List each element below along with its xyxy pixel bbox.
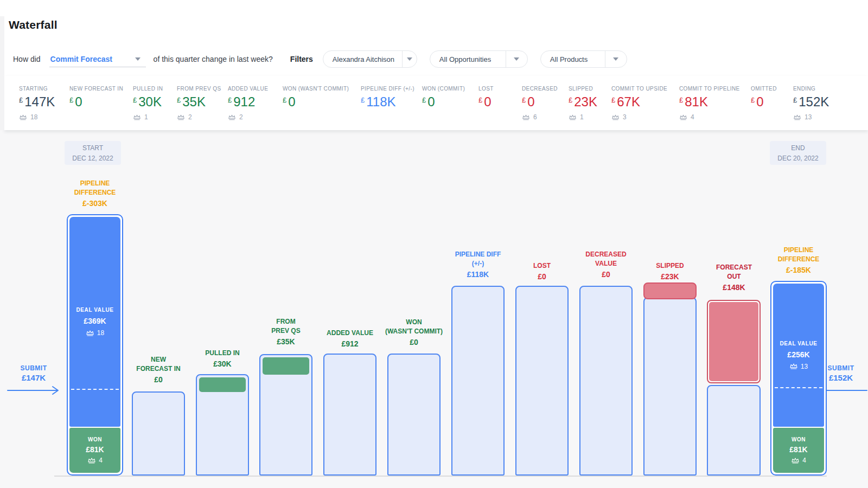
crown-icon xyxy=(87,457,96,464)
from-prev-qs-gain-segment xyxy=(263,357,309,375)
filter-products-dropdown[interactable]: All Products xyxy=(540,50,627,68)
pulled-in-gain-segment xyxy=(199,377,246,392)
waterfall-page: Waterfall How did Commit Forecast of thi… xyxy=(0,0,868,488)
bar-won-wasnt-commit[interactable] xyxy=(387,354,441,476)
stat-slipped: SLIPPED £23K 1 xyxy=(569,86,597,121)
summary-stats-strip: STARTING £147K 18 NEW FORECAST IN £0 PUL… xyxy=(4,76,868,130)
filter-products-value: All Products xyxy=(541,55,605,63)
bar-from-prev-qs[interactable] xyxy=(259,354,312,476)
bar-pipeline-difference-end[interactable]: DEAL VALUE £256K 13 WON £81K 4 xyxy=(770,281,827,476)
stat-pulled-in: PULLED IN £30K 1 xyxy=(133,86,163,121)
stat-decreased: DECREASED £0 6 xyxy=(522,86,558,121)
won-segment: WON £81K 4 xyxy=(773,428,824,473)
stat-lost: LOST £0 xyxy=(478,86,494,110)
stat-commit-to-pipeline: COMMIT TO PIPELINE £81K 4 xyxy=(679,86,740,121)
submit-arrow-right-icon xyxy=(5,385,62,396)
bar-pipeline-diff[interactable] xyxy=(451,286,505,476)
query-suffix: of this quarter change in last week? xyxy=(154,55,273,63)
won-segment: WON £81K 4 xyxy=(69,428,120,473)
stat-new-forecast-in: NEW FORECAST IN £0 xyxy=(69,86,123,110)
stat-commit-to-upside: COMMIT TO UPSIDE £67K 3 xyxy=(611,86,667,121)
crown-icon xyxy=(611,114,620,121)
crown-icon xyxy=(19,114,27,121)
forecast-out-loss-segment[interactable] xyxy=(707,300,761,383)
chevron-down-icon xyxy=(407,57,412,61)
crown-icon xyxy=(228,114,236,121)
stat-pipeline-diff: PIPELINE DIFF (+/-) £118K xyxy=(361,86,414,110)
crown-icon xyxy=(177,114,185,121)
crown-icon xyxy=(679,114,687,121)
bar-label-pipeline-difference-start: PIPELINE DIFFERENCE £-303K xyxy=(49,179,141,208)
stat-omitted: OMITTED £0 xyxy=(751,86,777,110)
chevron-down-icon xyxy=(514,57,519,61)
crown-icon xyxy=(522,114,530,121)
crown-icon xyxy=(569,114,577,121)
bar-slipped[interactable] xyxy=(643,297,697,476)
crown-icon xyxy=(793,114,801,121)
bar-new-forecast-in[interactable] xyxy=(132,391,185,476)
stat-won-wasnt-commit: WON (WASN'T COMMIT) £0 xyxy=(283,86,349,110)
slipped-loss-segment[interactable] xyxy=(643,282,697,299)
left-gutter xyxy=(0,16,4,130)
end-date-box: END DEC 20, 2022 xyxy=(770,141,826,165)
page-title: Waterfall xyxy=(9,18,58,31)
chevron-down-icon xyxy=(135,57,141,61)
waterfall-chart: START DEC 12, 2022 END DEC 20, 2022 PIPE… xyxy=(0,130,868,488)
stat-added-value: ADDED VALUE £912 2 xyxy=(228,86,268,121)
bar-pulled-in[interactable] xyxy=(196,374,249,476)
forecast-type-value: Commit Forecast xyxy=(49,55,112,63)
crown-icon xyxy=(789,363,798,370)
crown-icon xyxy=(86,330,94,337)
crown-icon xyxy=(791,457,800,464)
bar-decreased-value[interactable] xyxy=(579,286,633,476)
forecast-type-dropdown[interactable]: Commit Forecast xyxy=(49,51,146,67)
bar-lost[interactable] xyxy=(515,286,569,476)
stat-ending: ENDING £152K 13 xyxy=(793,86,829,121)
bar-label-won-wasnt-commit: WON (WASN'T COMMIT) £0 xyxy=(368,318,460,347)
crown-icon xyxy=(133,114,141,121)
query-row: How did Commit Forecast of this quarter … xyxy=(13,50,640,68)
submit-line xyxy=(71,389,119,390)
bar-label-pipeline-difference-end: PIPELINE DIFFERENCE £-185K xyxy=(752,246,845,275)
filters-label: Filters xyxy=(290,55,313,63)
submit-marker-left: SUBMIT £147K xyxy=(4,364,63,398)
submit-line xyxy=(775,387,822,388)
x-axis-line xyxy=(54,476,827,477)
stat-starting: STARTING £147K 18 xyxy=(19,86,55,121)
filter-owner-value: Alexandra Aitchison xyxy=(323,55,402,63)
chevron-down-icon xyxy=(613,57,618,61)
query-prefix: How did xyxy=(13,55,41,63)
filter-opportunities-value: All Opportunities xyxy=(430,55,506,63)
start-date-box: START DEC 12, 2022 xyxy=(65,141,121,165)
header: Waterfall How did Commit Forecast of thi… xyxy=(0,0,868,76)
bar-pipeline-difference-start[interactable]: DEAL VALUE £369K 18 WON £81K 4 xyxy=(67,214,123,476)
bar-added-value[interactable] xyxy=(323,354,376,476)
stat-won-commit: WON (COMMIT) £0 xyxy=(422,86,465,110)
filter-opportunities-dropdown[interactable]: All Opportunities xyxy=(430,50,528,68)
stat-from-prev-qs: FROM PREV QS £35K 2 xyxy=(177,86,221,121)
bar-forecast-out[interactable] xyxy=(707,385,761,476)
filter-owner-dropdown[interactable]: Alexandra Aitchison xyxy=(323,50,417,68)
bar-label-pulled-in: PULLED IN £30K xyxy=(176,349,269,369)
